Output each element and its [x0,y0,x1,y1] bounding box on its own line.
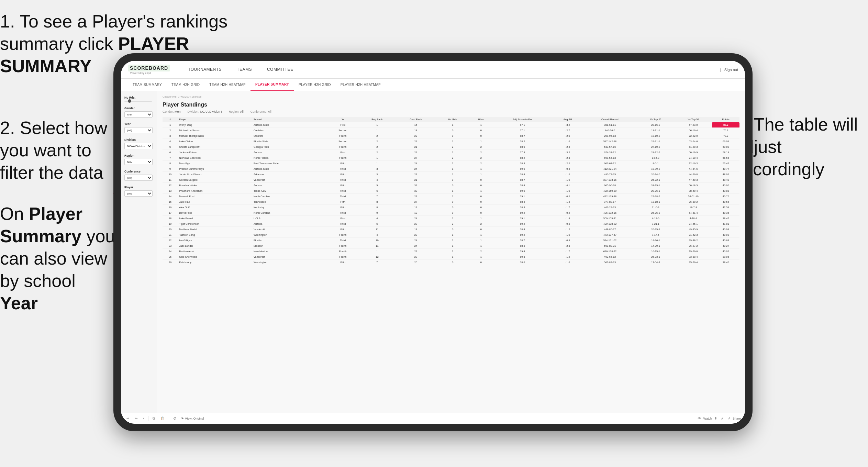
col-points: Points [712,117,739,122]
region-select[interactable]: N/A [124,159,153,165]
meta-gender: Gender: Men [163,110,181,113]
year-select[interactable]: (All) [124,127,153,133]
region-label: Region [124,154,153,157]
tablet-device: SCOREBOARD Powered by clipd TOURNAMENTS … [113,53,753,431]
col-yr: Yr [327,117,358,122]
table-header-row: # Player School Yr Reg Rank Conf Rank No… [163,117,739,122]
player-select[interactable]: (All) [124,190,153,197]
step4-instruction: On Player Summary you can also view by s… [0,203,117,314]
view-original-button[interactable]: 👁 View: Original [181,417,204,420]
resize-icon[interactable]: ⤢ [720,416,725,421]
filter-no-rds: No Rds. [124,96,153,102]
app-logo: SCOREBOARD Powered by clipd [128,65,170,75]
data-area: Update time: 27/03/2024 16:56:26 Player … [157,91,745,413]
view-icon: 👁 [181,417,184,420]
step2-instruction: 2. Select how you want to filter the dat… [0,117,110,184]
division-label: Division [124,138,153,142]
meta-conference: Conference: All [251,110,271,113]
logo-sub: Powered by clipd [128,71,170,75]
table-row: 11Gordon SargentVanderbiltThird4210068.7… [163,177,739,183]
no-rds-slider[interactable] [124,101,152,102]
header-right: | Sign out [720,68,738,72]
table-row: 5Christo LamprechtGeorgia TechFourth2212… [163,144,739,150]
col-player: Player [178,117,252,122]
copy-icon[interactable]: ⧉ [151,416,156,421]
table-row: 17David FordNorth CarolinaThird9190069.2… [163,210,739,216]
table-row: 23Jack LundinMissouriFourth11241168.8-2.… [163,243,739,249]
conference-select[interactable]: (All) [124,175,153,181]
paste-icon[interactable]: 📋 [159,416,166,421]
table-row: 3Michael ThorbjornsenStanfordFourth22200… [163,133,739,139]
division-select[interactable]: NCAA Division I [124,143,153,149]
step3-text: 3. The table will adjust accordingly [734,114,858,179]
share-label: Share [733,417,741,420]
col-school: School [252,117,327,122]
table-row: 1Wenyi DingArizona StateFirst1151167.1-3… [163,122,739,128]
col-conf-rank: Conf Rank [396,117,436,122]
table-row: 8Mats EgeEast Tennessee StateFifth124226… [163,161,739,166]
sign-out-button[interactable]: Sign out [724,68,738,72]
back-icon[interactable]: ‹ [142,416,145,421]
meta-division: Division: NCAA Division I [188,110,222,113]
data-header: Player Standings Gender: Men Division: N… [163,102,739,113]
filter-division: Division NCAA Division I [124,138,153,149]
table-row: 22Ian GilliganFloridaThird10241168.7-0.8… [163,238,739,243]
table-meta: Gender: Men Division: NCAA Division I Re… [163,110,739,113]
table-row: 26Petr HrubyWashingtonFifth7250068.6-1.6… [163,260,739,265]
redo-icon[interactable]: ↪ [133,416,139,421]
col-reg-rank: Reg Rank [358,117,396,122]
sign-out-separator: | [720,68,721,72]
sub-tab-player-h2h-heatmap[interactable]: PLAYER H2H HEATMAP [336,79,386,91]
nav-tab-teams[interactable]: TEAMS [229,61,259,79]
step4-text1: On [0,204,29,224]
gender-select[interactable]: Men [124,111,153,118]
table-row: 12Brendan ValdesAuburnFifth5370068.4-4.1… [163,183,739,188]
no-rds-label: No Rds. [124,96,153,99]
col-adj-score: Adj. Score to Par [492,117,552,122]
clock-icon[interactable]: ⏱ [172,416,178,421]
undo-icon[interactable]: ↩ [125,416,131,421]
filter-year: Year (All) [124,122,153,133]
col-vs-top-50: Vs Top 50 [675,117,712,122]
app-header: SCOREBOARD Powered by clipd TOURNAMENTS … [121,61,745,79]
filter-gender: Gender Men [124,107,153,118]
sub-tab-player-summary[interactable]: PLAYER SUMMARY [251,79,294,91]
table-row: 10Jacob Skov OlesenArkansasFifth3231168.… [163,172,739,177]
table-row: 15Jake HallTennesseeFifth8270068.5-1.537… [163,199,739,205]
table-row: 16Alex GoffKentuckyFifth8190068.3-1.7467… [163,205,739,210]
main-nav: TOURNAMENTS TEAMS COMMITTEE [180,61,720,79]
conference-label: Conference [124,170,153,173]
nav-tab-tournaments[interactable]: TOURNAMENTS [180,61,229,79]
sub-tab-team-summary[interactable]: TEAM SUMMARY [128,79,167,91]
share-icon[interactable]: ↗ [726,416,732,421]
table-row: 13Phachara KhonchanTexas A&MThird6301169… [163,188,739,194]
download-icon[interactable]: ⬇ [713,416,719,421]
year-label: Year [124,122,153,126]
table-title: Player Standings [163,102,739,108]
step3-instruction: 3. The table will adjust accordingly [734,113,868,180]
table-row: 21Tashton SongWashingtonFourth4231169.2-… [163,232,739,238]
filter-player: Player (All) [124,186,153,197]
table-row: 25Cole SherwoodVanderbiltFourth12231169.… [163,254,739,260]
sub-tab-team-h2h-heatmap[interactable]: TEAM H2H HEATMAP [204,79,251,91]
slider-thumb [128,99,131,103]
gender-label: Gender [124,107,153,110]
tablet-screen: SCOREBOARD Powered by clipd TOURNAMENTS … [121,61,745,424]
table-row: 6Jackson KoivunAuburnFirst2272267.3-3.26… [163,150,739,155]
view-label: View: Original [185,417,204,420]
nav-tab-committee[interactable]: COMMITTEE [259,61,301,79]
table-row: 14Maxwell FordNorth CarolinaThird7231069… [163,194,739,199]
sub-tab-team-h2h-grid[interactable]: TEAM H2H GRID [167,79,204,91]
col-no-rds: No. Rds. [436,117,469,122]
table-row: 9Preston SummerhaysArizona StateThird324… [163,166,739,172]
sub-tab-player-h2h-grid[interactable]: PLAYER H2H GRID [294,79,336,91]
watch-icon[interactable]: 👁 [696,416,702,421]
col-wins: Wins [470,117,493,122]
step1-text: 1. To see a Player's rankings summary cl… [0,11,227,54]
table-row: 20Matthew RiedelVanderbiltFifth11180068.… [163,227,739,232]
update-time: Update time: 27/03/2024 16:56:26 [163,95,739,98]
watch-label: Watch [703,417,712,420]
col-avg-sg: Avg SG [552,117,583,122]
bottom-toolbar: ↩ ↪ ‹ ⧉ 📋 ⏱ 👁 View: Original 👁 Watch ⬇ ⤢… [121,413,745,424]
table-row: 19Tiger ChristensenArizonaThird5232269.2… [163,221,739,227]
